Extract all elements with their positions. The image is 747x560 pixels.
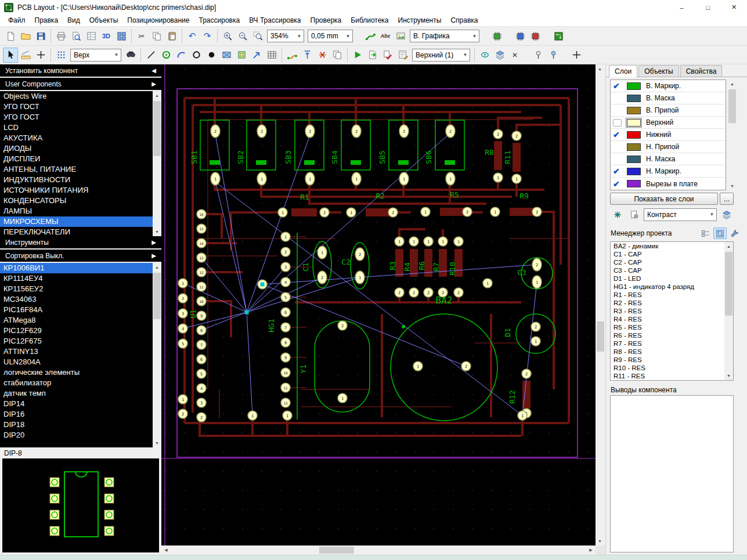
layer-row[interactable]: ✔Н. Маркир.: [611, 165, 726, 178]
scroll-up-icon[interactable]: ▲: [728, 80, 737, 88]
component-item[interactable]: DIP16: [0, 409, 161, 420]
signal-layer-select[interactable]: Верхний (1)▼: [412, 49, 470, 62]
line-tool-button[interactable]: [143, 48, 158, 63]
new-button[interactable]: [3, 28, 18, 44]
export-button[interactable]: [365, 48, 380, 63]
print-button[interactable]: [53, 28, 68, 44]
component-item[interactable]: КР1156ЕУ2: [0, 284, 161, 294]
component-item[interactable]: PIC12F629: [0, 326, 161, 336]
zoom-in-button[interactable]: [220, 28, 235, 44]
layer-properties-button[interactable]: [627, 208, 641, 221]
component-item[interactable]: ATTINY13: [0, 346, 161, 357]
place-text-button[interactable]: Abc: [378, 28, 393, 44]
layer-color-swatch[interactable]: [627, 95, 641, 102]
canvas-vscrollbar[interactable]: ▲ ▼: [596, 64, 605, 545]
project-component-item[interactable]: R8 - RES: [611, 348, 733, 356]
component-group-item[interactable]: LCD: [0, 122, 161, 133]
unroute-button[interactable]: [315, 48, 330, 63]
copy-route-button[interactable]: [330, 48, 345, 63]
project-component-item[interactable]: HG1 - индикатор 4 разряд: [611, 283, 733, 291]
dimension-tool-button[interactable]: [249, 48, 264, 63]
circle-tool-button[interactable]: [189, 48, 204, 63]
project-component-item[interactable]: R9 - RES: [611, 356, 733, 364]
project-component-item[interactable]: C2 - CAP: [611, 258, 733, 266]
component-group-item[interactable]: МИКРОСХЕМЫ: [0, 216, 161, 227]
scroll-left-icon[interactable]: ◀: [161, 545, 171, 555]
project-component-item[interactable]: R1 - RES: [611, 291, 733, 299]
scroll-thumb[interactable]: [153, 273, 161, 319]
pin-numbers-button[interactable]: [531, 48, 546, 63]
graphics-layer-select[interactable]: В. Графика▼: [410, 30, 479, 42]
layer-visible-checkbox[interactable]: [613, 119, 627, 127]
canvas-hscrollbar[interactable]: ◀ ▶: [161, 545, 605, 555]
layer-row[interactable]: ✔В. Маркир.: [611, 80, 726, 92]
side-select[interactable]: Верх▼: [70, 49, 121, 62]
layer-row[interactable]: В. Припой: [611, 104, 726, 117]
trace-mode-button[interactable]: [363, 28, 378, 44]
component-group-item[interactable]: Objects Wire: [0, 91, 161, 102]
maximize-button[interactable]: □: [695, 0, 721, 15]
compare-schematic-button[interactable]: [513, 28, 528, 44]
menu-item-9[interactable]: Инструменты: [394, 15, 446, 26]
scroll-down-icon[interactable]: ▼: [596, 537, 604, 545]
contrast-select[interactable]: Контраст ▼: [644, 208, 717, 221]
component-group-item[interactable]: КОНДЕНСАТОРЫ: [0, 196, 161, 206]
scroll-up-icon[interactable]: ▲: [724, 242, 733, 251]
run-autorouter-button[interactable]: [350, 48, 365, 63]
component-item[interactable]: КР1006ВИ1: [0, 263, 161, 273]
library-header[interactable]: User Components ▶: [0, 78, 161, 90]
scroll-thumb[interactable]: [319, 547, 354, 554]
place-component-header[interactable]: Установить компонент ◀: [0, 64, 161, 77]
scroll-thumb[interactable]: [728, 89, 736, 123]
grid-toggle-button[interactable]: [53, 48, 68, 63]
via-style-button[interactable]: [477, 48, 492, 63]
tools-header[interactable]: Инструменты ▶: [0, 236, 161, 248]
project-component-item[interactable]: R10 - RES: [611, 364, 733, 372]
project-component-item[interactable]: R2 - RES: [611, 299, 733, 307]
pm-tools-button[interactable]: [728, 227, 741, 239]
scroll-down-icon[interactable]: ▼: [153, 227, 161, 236]
scroll-thumb[interactable]: [153, 101, 161, 156]
layer-color-swatch[interactable]: [627, 143, 641, 151]
component-group-item[interactable]: ЛАМПЫ: [0, 206, 161, 216]
component-group-item[interactable]: ДИОДЫ: [0, 143, 161, 154]
layer-color-swatch[interactable]: [627, 119, 641, 127]
project-component-item[interactable]: R7 - RES: [611, 339, 733, 348]
component-group-item[interactable]: ПЕРЕКЛЮЧАТЕЛИ: [0, 227, 161, 236]
project-component-item[interactable]: R5 - RES: [611, 323, 733, 331]
layer-color-swatch[interactable]: [627, 107, 641, 114]
scroll-right-icon[interactable]: ▶: [586, 545, 596, 555]
pcb-canvas[interactable]: 2222221111111221211212121221211212121212…: [161, 64, 596, 545]
components-scrollbar[interactable]: ▲ ▼: [153, 263, 161, 447]
board-properties-button[interactable]: [551, 28, 566, 44]
groups-scrollbar[interactable]: ▲ ▼: [153, 91, 161, 236]
scroll-thumb[interactable]: [597, 321, 604, 352]
project-component-item[interactable]: R3 - RES: [611, 307, 733, 315]
layer-row[interactable]: В. Маска: [611, 92, 726, 104]
titles-sheet-button[interactable]: [84, 28, 99, 44]
update-structure-button[interactable]: [489, 28, 504, 44]
component-group-item[interactable]: АНТЕНЫ, ПИТАНИЕ: [0, 164, 161, 175]
layer-row[interactable]: ✔Нижний: [611, 129, 726, 141]
component-group-item[interactable]: ИСТОЧНИКИ ПИТАНИЯ: [0, 185, 161, 196]
cut-button[interactable]: ✂: [134, 28, 149, 44]
component-item[interactable]: DIP14: [0, 399, 161, 409]
menu-item-3[interactable]: Объекты: [85, 15, 123, 26]
component-item[interactable]: PIC16F84A: [0, 305, 161, 315]
component-group-item[interactable]: УГО ГОСТ: [0, 112, 161, 122]
layer-color-swatch[interactable]: [627, 168, 641, 175]
net-report-button[interactable]: [395, 48, 410, 63]
measure-tool-button[interactable]: [18, 48, 33, 63]
layer-color-swatch[interactable]: [627, 180, 641, 187]
menu-item-1[interactable]: Правка: [30, 15, 63, 26]
pin-names-button[interactable]: [546, 48, 561, 63]
3d-view-button[interactable]: 3D: [99, 28, 114, 44]
menu-item-4[interactable]: Позиционирование: [122, 15, 194, 26]
route-manual-button[interactable]: [284, 48, 299, 63]
scroll-up-icon[interactable]: ▲: [153, 263, 161, 272]
component-item[interactable]: датчик темп: [0, 388, 161, 399]
component-item[interactable]: ULN2804A: [0, 357, 161, 367]
project-component-item[interactable]: D1 - LED: [611, 274, 733, 283]
drc-button[interactable]: [380, 48, 395, 63]
place-picture-button[interactable]: [393, 28, 408, 44]
